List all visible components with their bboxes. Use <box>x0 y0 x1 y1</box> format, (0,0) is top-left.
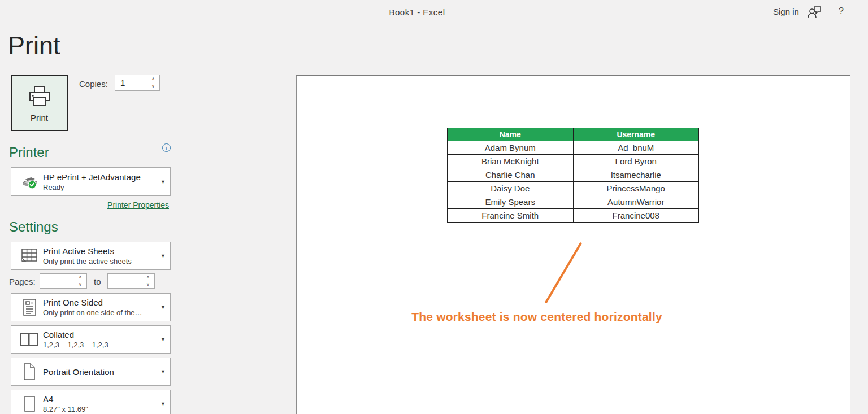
info-icon[interactable]: i <box>162 143 171 152</box>
page-title: Print <box>8 31 60 60</box>
table-cell: Emily Spears <box>448 195 574 209</box>
copies-label: Copies: <box>79 79 108 89</box>
table-cell: Daisy Doe <box>448 182 574 195</box>
collation-select[interactable]: Collated 1,2,3 1,2,3 1,2,3 ▼ <box>11 325 171 354</box>
sheet-grid-icon <box>16 247 43 264</box>
copies-stepper[interactable]: ∧ ∨ <box>115 75 160 91</box>
printer-section-heading: Printer <box>9 145 49 160</box>
chevron-down-icon: ▼ <box>158 179 166 185</box>
window-title: Book1 - Excel <box>0 7 834 17</box>
copies-up-arrow[interactable]: ∧ <box>147 75 159 83</box>
table-cell: AutumnWarrior <box>573 195 699 209</box>
pages-label: Pages: <box>9 277 36 286</box>
pages-to-label: to <box>94 277 101 286</box>
paper-size-icon <box>16 395 43 413</box>
table-cell: Brian McKnight <box>448 155 574 168</box>
printer-name: HP ePrint + JetAdvantage <box>43 172 158 182</box>
pages-to-up-arrow[interactable]: ∧ <box>142 274 154 281</box>
table-cell: Adam Bynum <box>448 141 574 155</box>
duplex-subtitle: Only print on one side of the… <box>43 308 158 317</box>
printer-select[interactable]: HP ePrint + JetAdvantage Ready ▼ <box>11 167 171 196</box>
annotation-arrow-line <box>545 242 582 304</box>
panel-divider <box>203 62 203 414</box>
help-icon[interactable]: ? <box>839 6 844 16</box>
table-cell: Itsamecharlie <box>573 168 699 182</box>
table-row: Francine SmithFrancine008 <box>448 209 699 223</box>
paper-size-title: A4 <box>43 394 158 404</box>
copies-down-arrow[interactable]: ∨ <box>147 83 159 91</box>
printer-icon <box>27 85 53 108</box>
preview-table: Name Username Adam BynumAd_bnuMBrian McK… <box>447 128 699 223</box>
print-button-label: Print <box>31 113 48 123</box>
title-bar: Book1 - Excel Sign in ? <box>0 0 868 25</box>
print-what-subtitle: Only print the active sheets <box>43 257 158 265</box>
table-row: Emily SpearsAutumnWarrior <box>448 195 699 209</box>
table-row: Charlie ChanItsamecharlie <box>448 168 699 182</box>
printer-device-icon <box>16 174 43 190</box>
sign-in-link[interactable]: Sign in <box>773 7 799 16</box>
portrait-page-icon <box>16 362 43 381</box>
header-username: Username <box>573 128 699 141</box>
header-name: Name <box>448 128 574 141</box>
pages-to-stepper[interactable]: ∧ ∨ <box>107 273 155 289</box>
pages-to-down-arrow[interactable]: ∨ <box>142 281 154 289</box>
paper-size-subtitle: 8.27" x 11.69" <box>43 405 158 413</box>
table-cell: PrincessMango <box>573 182 699 195</box>
table-row: Brian McKnightLord Byron <box>448 155 699 168</box>
printer-status: Ready <box>43 183 158 191</box>
print-what-title: Print Active Sheets <box>43 246 158 256</box>
collated-book-icon <box>16 332 43 347</box>
table-cell: Lord Byron <box>573 155 699 168</box>
print-preview-page: Name Username Adam BynumAd_bnuMBrian McK… <box>296 75 850 414</box>
chevron-down-icon: ▼ <box>158 369 166 374</box>
duplex-title: Print One Sided <box>43 298 158 307</box>
collation-subtitle: 1,2,3 1,2,3 1,2,3 <box>43 341 158 349</box>
print-button[interactable]: Print <box>11 75 68 131</box>
preview-table-body: Adam BynumAd_bnuMBrian McKnightLord Byro… <box>448 141 699 223</box>
duplex-select[interactable]: Print One Sided Only print on one side o… <box>11 293 171 321</box>
pages-from-stepper[interactable]: ∧ ∨ <box>40 273 87 289</box>
printer-properties-link[interactable]: Printer Properties <box>11 201 169 210</box>
feedback-person-icon[interactable] <box>807 5 823 19</box>
settings-section-heading: Settings <box>9 219 58 235</box>
table-cell: Charlie Chan <box>448 168 574 182</box>
print-what-select[interactable]: Print Active Sheets Only print the activ… <box>11 242 171 270</box>
pages-from-input[interactable] <box>40 274 74 288</box>
pages-from-up-arrow[interactable]: ∧ <box>74 274 86 281</box>
table-header-row: Name Username <box>448 128 699 141</box>
table-row: Adam BynumAd_bnuM <box>448 141 699 155</box>
copies-input[interactable] <box>115 75 147 90</box>
table-cell: Ad_bnuM <box>573 141 699 155</box>
table-cell: Francine Smith <box>448 209 574 223</box>
collation-title: Collated <box>43 330 158 339</box>
orientation-title: Portrait Orientation <box>43 367 158 377</box>
chevron-down-icon: ▼ <box>158 337 166 342</box>
orientation-select[interactable]: Portrait Orientation ▼ <box>11 358 171 386</box>
table-row: Daisy DoePrincessMango <box>448 182 699 195</box>
pages-to-input[interactable] <box>108 274 142 288</box>
chevron-down-icon: ▼ <box>158 304 166 310</box>
chevron-down-icon: ▼ <box>158 253 166 259</box>
table-cell: Francine008 <box>573 209 699 223</box>
pages-from-down-arrow[interactable]: ∨ <box>74 281 86 289</box>
annotation-text: The worksheet is now centered horizontal… <box>404 310 670 324</box>
one-sided-page-icon <box>16 298 43 317</box>
paper-size-select[interactable]: A4 8.27" x 11.69" ▼ <box>11 390 171 414</box>
chevron-down-icon: ▼ <box>158 401 166 407</box>
